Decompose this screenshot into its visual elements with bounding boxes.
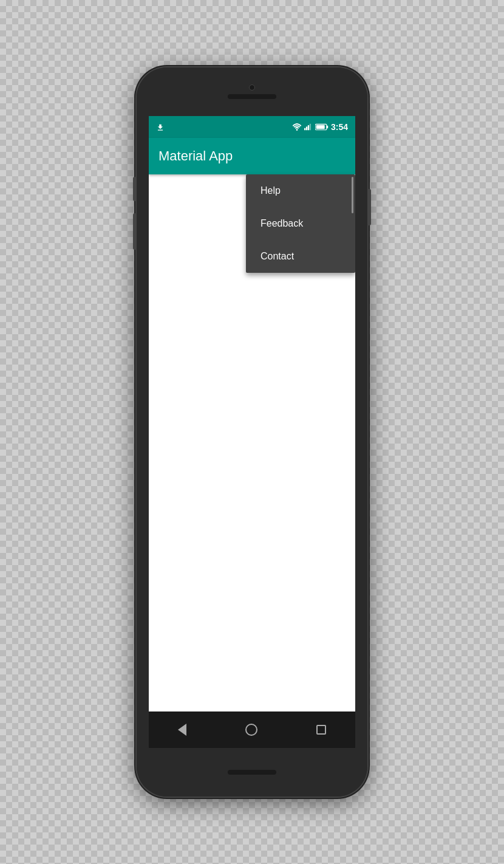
- phone-body: 3:54 Material App Help Feedback: [137, 67, 367, 797]
- home-button[interactable]: [245, 724, 257, 736]
- app-bar: Material App: [149, 138, 355, 174]
- status-bar-right: 3:54: [292, 122, 348, 132]
- earpiece-speaker: [228, 94, 276, 99]
- back-icon: [178, 724, 186, 736]
- home-icon: [245, 724, 257, 736]
- volume-up-button[interactable]: [133, 177, 136, 201]
- svg-rect-4: [310, 124, 311, 131]
- svg-rect-1: [304, 128, 305, 131]
- wifi-icon: [292, 123, 302, 131]
- svg-rect-3: [308, 125, 309, 130]
- power-button[interactable]: [368, 189, 371, 225]
- status-bar-left: [156, 122, 165, 132]
- menu-item-help[interactable]: Help: [246, 174, 355, 207]
- menu-scrollbar: [352, 177, 353, 213]
- back-button[interactable]: [178, 724, 186, 736]
- bottom-speaker: [228, 770, 276, 775]
- status-bar: 3:54: [149, 116, 355, 138]
- recents-icon: [316, 725, 326, 735]
- phone-top-bezel: [137, 67, 367, 116]
- menu-item-contact[interactable]: Contact: [246, 240, 355, 273]
- svg-point-0: [296, 129, 298, 131]
- phone-screen: 3:54 Material App Help Feedback: [149, 116, 355, 711]
- overflow-menu: Help Feedback Contact: [246, 174, 355, 273]
- recents-button[interactable]: [316, 725, 326, 735]
- menu-item-feedback[interactable]: Feedback: [246, 207, 355, 240]
- volume-down-button[interactable]: [133, 213, 136, 250]
- navigation-bar: [149, 711, 355, 748]
- front-camera: [249, 84, 255, 91]
- svg-rect-2: [306, 126, 307, 130]
- status-time: 3:54: [331, 122, 348, 132]
- battery-icon: [315, 123, 329, 131]
- phone-wrapper: 3:54 Material App Help Feedback: [124, 43, 380, 821]
- signal-icon: [304, 123, 313, 131]
- app-title: Material App: [158, 148, 346, 164]
- svg-rect-6: [316, 125, 325, 129]
- svg-rect-7: [327, 126, 328, 129]
- download-icon: [156, 122, 165, 132]
- phone-bottom-bezel: [137, 748, 367, 797]
